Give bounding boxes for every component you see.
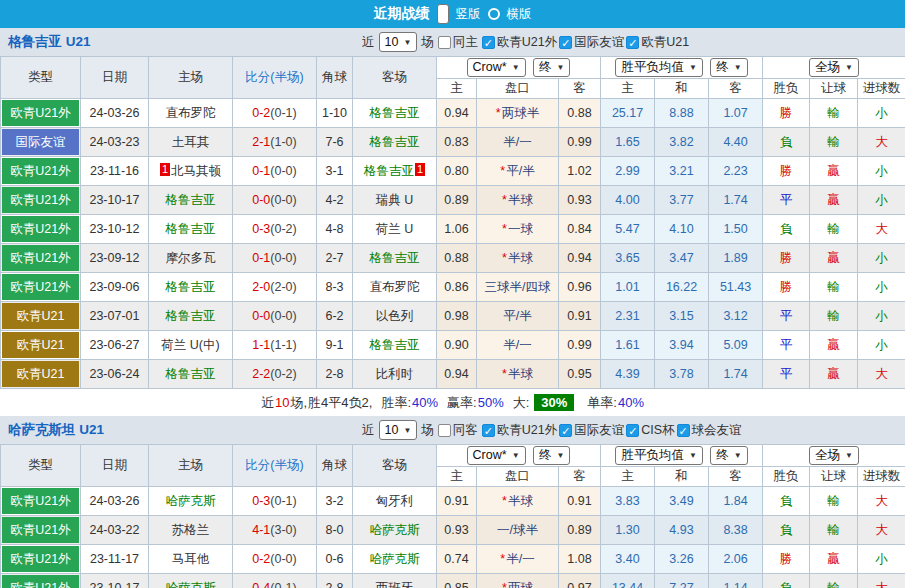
chevron-down-icon: ▼ <box>734 451 742 460</box>
league-filter[interactable]: ✓球会友谊 <box>677 422 742 439</box>
league-filter-label: 球会友谊 <box>692 422 742 439</box>
checkbox-icon[interactable]: ✓ <box>482 36 495 49</box>
checkbox-icon[interactable]: ✓ <box>677 424 690 437</box>
score-cell: 2-0(2-0) <box>233 273 317 302</box>
checkbox-icon[interactable]: ✓ <box>559 36 572 49</box>
handicap-value: 半/一 <box>506 552 534 566</box>
corner-score: 0-6 <box>317 545 353 574</box>
odds-final-select[interactable]: 终▼ <box>533 58 570 77</box>
match-count-select[interactable]: 10▼ <box>379 420 418 440</box>
match-type-cell: 欧青U21外 <box>1 516 81 545</box>
away-team-name: 格鲁吉亚 <box>364 164 414 178</box>
result-goals: 小 <box>858 157 905 186</box>
avg-final-select[interactable]: 终▼ <box>710 446 747 465</box>
handicap-cell: *两球 <box>477 574 559 588</box>
checkbox-icon[interactable] <box>438 36 451 49</box>
away-team-name: 格鲁吉亚 <box>370 338 420 352</box>
home-odds: 0.98 <box>437 302 477 331</box>
home-team-cell: 格鲁吉亚 <box>149 215 233 244</box>
avg-away-odds: 1.84 <box>709 487 763 516</box>
horizontal-layout-label[interactable]: 横版 <box>507 6 532 23</box>
home-odds: 0.88 <box>437 244 477 273</box>
avg-home-odds: 5.47 <box>601 215 655 244</box>
away-team-cell: 格鲁吉亚1 <box>353 157 437 186</box>
match-row: 欧青U21外 24-03-26 直布罗陀 0-2(0-1) 1-10 格鲁吉亚 … <box>1 99 905 128</box>
col-score: 比分(半场) <box>233 445 317 487</box>
checkbox-icon[interactable] <box>438 424 451 437</box>
corner-score: 3-1 <box>317 157 353 186</box>
avg-group-header: 胜平负均值▼ 终▼ <box>601 57 763 79</box>
avg-draw-odds: 7.27 <box>655 574 709 588</box>
home-team-name: 格鲁吉亚 <box>166 309 216 323</box>
checkbox-icon[interactable]: ✓ <box>626 424 639 437</box>
col-away: 客场 <box>353 445 437 487</box>
match-row: 欧青U21 23-07-01 格鲁吉亚 0-0(0-0) 6-2 以色列 0.9… <box>1 302 905 331</box>
filter-controls: 近 10▼ 场 同客 ✓欧青U21外✓国际友谊✓CIS杯✓球会友谊 <box>362 420 742 440</box>
result-handicap: 贏 <box>810 545 858 574</box>
period-select[interactable]: 全场▼ <box>809 58 859 77</box>
fulltime-score: 0-0 <box>252 193 270 207</box>
col-result-wdl: 胜负 <box>763 79 810 99</box>
red-card-badge: 1 <box>160 163 170 176</box>
bookmaker-select[interactable]: Crow*▼ <box>467 446 526 465</box>
away-team-name: 比利时 <box>376 367 414 381</box>
same-venue-filter[interactable]: 同客 <box>438 422 478 439</box>
result-handicap: 贏 <box>810 360 858 389</box>
match-count-select[interactable]: 10▼ <box>379 32 418 52</box>
horizontal-layout-radio[interactable] <box>488 8 500 20</box>
avg-away-odds: 1.14 <box>709 574 763 588</box>
odds-final-select[interactable]: 终▼ <box>533 446 570 465</box>
result-goals: 大 <box>858 360 905 389</box>
score-cell: 0-3(0-1) <box>233 487 317 516</box>
home-team-cell: 1北马其顿 <box>149 157 233 186</box>
fulltime-score: 0-2 <box>252 106 270 120</box>
league-filter[interactable]: ✓欧青U21 <box>626 34 689 51</box>
corner-score: 7-6 <box>317 128 353 157</box>
match-type-cell: 欧青U21 <box>1 331 81 360</box>
home-team-cell: 荷兰 U(中) <box>149 331 233 360</box>
avg-away-odds: 4.40 <box>709 128 763 157</box>
league-filter[interactable]: ✓国际友谊 <box>559 422 624 439</box>
away-team-name: 荷兰 U <box>376 222 414 236</box>
filter-controls: 近 10▼ 场 同主 ✓欧青U21外✓国际友谊✓欧青U21 <box>362 32 689 52</box>
vertical-layout-radio[interactable] <box>437 4 449 24</box>
checkbox-icon[interactable]: ✓ <box>559 424 572 437</box>
home-team-cell: 直布罗陀 <box>149 99 233 128</box>
avg-draw-odds: 3.94 <box>655 331 709 360</box>
col-odds-home: 主 <box>437 79 477 99</box>
avg-away-odds: 51.43 <box>709 273 763 302</box>
matches-suffix-label: 场 <box>421 34 434 51</box>
handicap-value: 平/半 <box>503 309 531 323</box>
avg-away-odds: 2.23 <box>709 157 763 186</box>
col-avg-home: 主 <box>601 79 655 99</box>
league-filter[interactable]: ✓欧青U21外 <box>482 34 557 51</box>
bookmaker-select[interactable]: Crow*▼ <box>467 58 526 77</box>
score-cell: 0-2(0-0) <box>233 545 317 574</box>
avg-odds-select[interactable]: 胜平负均值▼ <box>615 58 702 77</box>
league-filter[interactable]: ✓欧青U21外 <box>482 422 557 439</box>
checkbox-icon[interactable]: ✓ <box>482 424 495 437</box>
league-filter[interactable]: ✓CIS杯 <box>626 422 674 439</box>
home-odds: 0.94 <box>437 360 477 389</box>
matches-table-kazakhstan: 类型 日期 主场 比分(半场) 角球 客场 Crow*▼ 终▼ 胜平负均值▼ 终… <box>0 444 905 588</box>
match-date: 23-09-12 <box>81 244 149 273</box>
match-type-cell: 欧青U21 <box>1 302 81 331</box>
chevron-down-icon: ▼ <box>689 63 697 72</box>
halftime-score: (0-0) <box>270 552 296 566</box>
fulltime-score: 0-2 <box>252 552 270 566</box>
handicap-cell: *半球 <box>477 186 559 215</box>
avg-odds-select[interactable]: 胜平负均值▼ <box>615 446 702 465</box>
result-wdl: 負 <box>763 215 810 244</box>
result-goals: 小 <box>858 302 905 331</box>
avg-final-select[interactable]: 终▼ <box>710 58 747 77</box>
avg-away-odds: 8.38 <box>709 516 763 545</box>
checkbox-icon[interactable]: ✓ <box>626 36 639 49</box>
corner-score: 4-2 <box>317 186 353 215</box>
vertical-layout-label[interactable]: 竖版 <box>456 6 481 23</box>
league-filter[interactable]: ✓国际友谊 <box>559 34 624 51</box>
period-select[interactable]: 全场▼ <box>809 446 859 465</box>
competition-badge: 欧青U21 <box>2 361 79 387</box>
same-venue-filter[interactable]: 同主 <box>438 34 478 51</box>
result-goals: 小 <box>858 186 905 215</box>
away-odds: 0.91 <box>559 302 601 331</box>
